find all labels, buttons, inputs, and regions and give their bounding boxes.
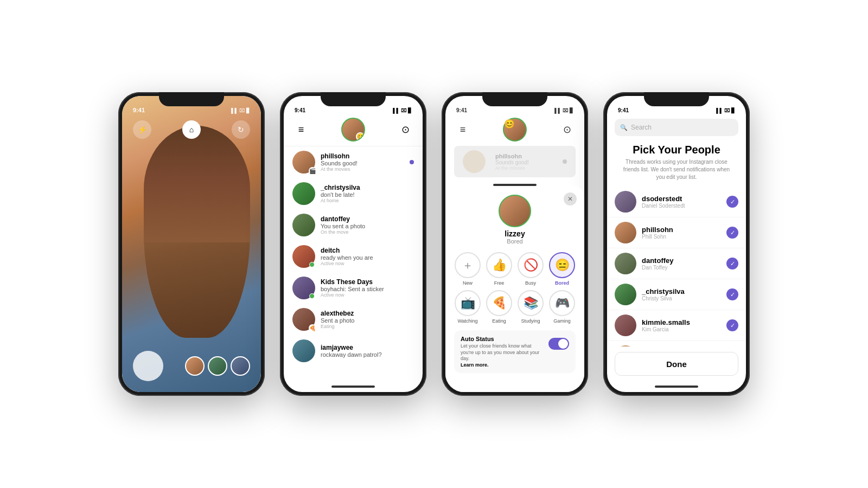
camera-status-bar: 9:41 ▌▌ ⌧ ▊ [122,96,261,115]
status-header: ≡ 😊 ⊙ [445,115,584,146]
message-item-deitch[interactable]: deitch ready when you are Active now [284,241,423,272]
person-info: dantoffey Dan Toffey [642,256,721,271]
message-content: iamjaywee rockaway dawn patrol? [321,344,414,358]
person-handle: Phill Sohn [642,234,721,240]
modal-status: Bored [454,238,576,245]
menu-icon[interactable]: ≡ [454,121,471,138]
bolt-icon[interactable]: ⚡ [133,120,151,139]
person-item-sgarri8[interactable]: sgarri8 Scott Garrison ✓ [607,341,746,346]
avatar-dsoderstedt [615,191,636,213]
camera-bottom [122,351,261,381]
status-icon-busy[interactable]: 🚫 [518,252,544,278]
camera-button[interactable]: ⊙ [397,121,414,138]
status-icon-gaming[interactable]: 🎮 [549,290,575,316]
status-label-new: New [463,280,473,286]
status-icon-free[interactable]: 👍 [486,252,512,278]
auto-status-desc: Let your close friends know what you're … [461,343,543,362]
check-icon[interactable]: ✓ [726,227,738,239]
person-item-phillsohn[interactable]: phillsohn Phill Sohn ✓ [607,217,746,248]
home-icon[interactable]: ⌂ [182,120,201,139]
message-text: Sounds good! [321,160,404,166]
camera-button[interactable]: ⊙ [558,121,576,138]
person-info: _christysilva Christy Silva [642,287,721,301]
search-bar[interactable]: 🔍 Search [615,119,738,136]
status-icon-eating[interactable]: 🍕 [486,290,512,316]
check-icon[interactable]: ✓ [726,319,738,331]
done-button[interactable]: Done [615,352,738,376]
status-label-gaming: Gaming [553,318,571,324]
status-label-bored: Bored [555,280,569,286]
message-text: You sent a photo [321,223,414,229]
home-indicator [655,386,698,388]
status-option-watching[interactable]: 📺 Watching [454,290,481,324]
menu-icon[interactable]: ≡ [292,121,310,138]
shutter-button[interactable] [133,351,163,381]
person-item-dsoderstedt[interactable]: dsoderstedt Daniel Soderstedt ✓ [607,187,746,217]
auto-status-learn[interactable]: Learn more. [461,362,543,368]
auto-status-toggle[interactable] [548,338,569,350]
avatar-dantoffey [615,253,636,274]
messages-list: 🎬 phillsohn Sounds good! At the movies _… [284,146,423,381]
pick-description: Threads works using your Instagram close… [620,158,733,181]
status-icon-studying[interactable]: 📚 [518,290,544,316]
recent-avatar-3[interactable] [231,356,250,376]
refresh-icon[interactable]: ↻ [232,120,250,139]
message-item-kids[interactable]: Kids These Days boyhachi: Sent a sticker… [284,272,423,304]
message-content: _christysilva don't be late! At home [321,184,414,203]
message-item-phillsohn[interactable]: 🎬 phillsohn Sounds good! At the movies [284,146,423,178]
status-option-free[interactable]: 👍 Free [486,252,513,286]
avatar-kids [292,277,315,299]
status-modal: ✕ lizzey Bored ＋ New 👍 Free 🚫 Busy [445,186,584,392]
search-icon: 🔍 [620,124,628,131]
person-handle: Dan Toffey [642,265,721,271]
person-item-kimmie[interactable]: kimmie.smalls Kim Garcia ✓ [607,310,746,341]
check-icon[interactable]: ✓ [726,258,738,269]
modal-close-button[interactable]: ✕ [564,192,577,206]
check-icon[interactable]: ✓ [726,196,738,208]
status-option-bored[interactable]: 😑 Bored [548,252,576,286]
status-icon-bored[interactable]: 😑 [549,252,575,278]
bottom-bar [284,381,423,392]
status-option-new[interactable]: ＋ New [454,252,481,286]
person-item-christy[interactable]: _christysilva Christy Silva ✓ [607,279,746,310]
new-status-button[interactable]: ＋ [455,252,481,278]
person-info: dsoderstedt Daniel Soderstedt [642,195,721,209]
header-avatar[interactable]: 😊 [341,118,365,142]
person-item-dantoffey[interactable]: dantoffey Dan Toffey ✓ [607,248,746,279]
message-sub: Active now [321,292,414,298]
messages-header: ≡ 😊 ⊙ [284,115,423,146]
avatar-alex: 🍕 [292,308,315,331]
person-username: _christysilva [642,287,721,296]
status-icon-watching[interactable]: 📺 [455,290,481,316]
message-sub: On the move [321,229,414,235]
contact-name: iamjaywee [321,344,414,351]
recent-avatar-1[interactable] [185,356,205,376]
message-item-christy[interactable]: _christysilva don't be late! At home [284,178,423,209]
status-header-avatar[interactable]: 😊 [503,118,527,142]
person-username: dsoderstedt [642,195,721,203]
message-content: deitch ready when you are Active now [321,247,414,266]
check-icon[interactable]: ✓ [726,288,738,300]
status-option-gaming[interactable]: 🎮 Gaming [548,290,576,324]
person-info: kimmie.smalls Kim Garcia [642,318,721,332]
message-text: Sent a photo [321,317,414,324]
phones-container: 9:41 ▌▌ ⌧ ▊ ⚡ ⌂ ↻ [118,92,750,396]
bottom-bar [607,381,746,392]
emoji-badge: 😊 [504,119,526,129]
notch [321,92,386,106]
recent-avatar-2[interactable] [208,356,227,376]
message-item-dantoffey[interactable]: dantoffey You sent a photo On the move [284,209,423,241]
status-option-busy[interactable]: 🚫 Busy [517,252,544,286]
message-item-alex[interactable]: 🍕 alexthebez Sent a photo Eating [284,304,423,335]
status-option-studying[interactable]: 📚 Studying [517,290,544,324]
message-item-iamjay[interactable]: iamjaywee rockaway dawn patrol? [284,335,423,367]
status-label-watching: Watching [457,318,477,324]
camera-controls: ⚡ ⌂ ↻ [122,120,261,139]
status-option-eating[interactable]: 🍕 Eating [486,290,513,324]
emoji-status: 🎬 [309,167,316,175]
message-sub: At the movies [321,166,404,172]
message-sub: Active now [321,261,414,266]
message-sub: Eating [321,324,414,329]
message-text: ready when you are [321,254,414,261]
status-icons: ▌▌ ⌧ ▊ [393,108,412,113]
